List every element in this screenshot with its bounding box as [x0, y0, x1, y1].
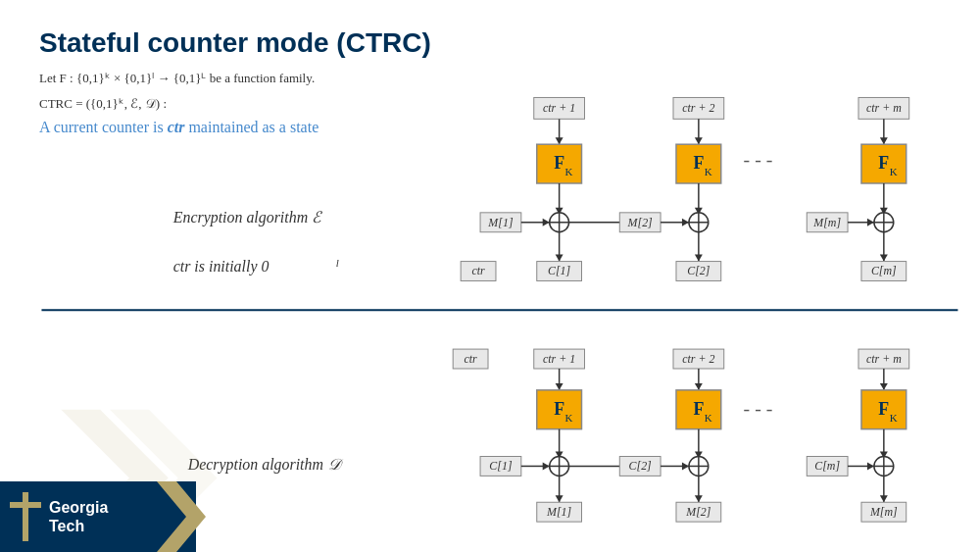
svg-text:ctr: ctr [471, 264, 485, 277]
svg-marker-94 [695, 383, 703, 390]
svg-text:M[m]: M[m] [812, 216, 841, 229]
svg-text:M[2]: M[2] [627, 216, 654, 229]
svg-text:C[1]: C[1] [489, 459, 513, 473]
svg-text:Encryption algorithm ℰ: Encryption algorithm ℰ [172, 209, 322, 226]
svg-text:C[1]: C[1] [548, 264, 571, 277]
svg-marker-6 [556, 137, 564, 144]
svg-marker-41 [682, 219, 689, 226]
georgia-tech-logo: Georgia Tech [10, 492, 108, 541]
main-diagram: Encryption algorithm ℰ ctr is initially … [0, 0, 980, 549]
svg-text:ctr + m: ctr + m [866, 101, 902, 115]
svg-rect-136 [10, 502, 41, 508]
svg-marker-43 [695, 255, 703, 262]
svg-text:ctr + 2: ctr + 2 [682, 352, 714, 366]
svg-text:M[1]: M[1] [487, 216, 514, 229]
svg-marker-128 [867, 462, 874, 470]
svg-text:ctr + 1: ctr + 1 [543, 352, 575, 366]
svg-marker-130 [880, 495, 888, 502]
svg-text:K: K [705, 166, 712, 177]
svg-text:K: K [890, 166, 898, 177]
svg-rect-135 [23, 492, 28, 541]
svg-marker-64 [880, 255, 888, 262]
svg-text:F: F [554, 399, 564, 419]
svg-marker-86 [543, 462, 550, 470]
logo-text: Georgia Tech [49, 498, 108, 535]
svg-text:F: F [693, 153, 704, 173]
svg-marker-74 [556, 383, 564, 390]
svg-marker-20 [556, 255, 564, 262]
svg-text:F: F [878, 153, 889, 173]
svg-text:ctr + 1: ctr + 1 [543, 101, 575, 115]
svg-text:C[2]: C[2] [629, 459, 653, 473]
svg-text:F: F [554, 153, 564, 173]
svg-marker-62 [867, 219, 874, 226]
svg-marker-107 [682, 462, 689, 470]
svg-marker-18 [543, 219, 550, 226]
svg-text:ctr is initially 0: ctr is initially 0 [173, 258, 270, 276]
svg-text:ctr + m: ctr + m [866, 352, 902, 366]
svg-text:M[2]: M[2] [685, 505, 711, 519]
chevron-decoration [157, 481, 216, 552]
svg-text:M[m]: M[m] [869, 505, 898, 519]
svg-text:C[m]: C[m] [871, 264, 897, 277]
gt-logo-icon [10, 492, 41, 541]
svg-text:M[1]: M[1] [546, 505, 572, 519]
svg-text:C[m]: C[m] [814, 459, 840, 473]
svg-marker-50 [880, 137, 888, 144]
svg-text:K: K [705, 412, 712, 424]
svg-marker-137 [157, 481, 206, 552]
svg-text:ctr + 2: ctr + 2 [682, 101, 714, 115]
svg-text:K: K [890, 412, 898, 424]
svg-text:C[2]: C[2] [687, 264, 710, 277]
svg-text:ctr: ctr [464, 352, 477, 366]
svg-marker-28 [695, 137, 703, 144]
slide: Stateful counter mode (CTRC) Let F : {0,… [0, 0, 980, 552]
svg-text:l: l [336, 257, 339, 269]
svg-text:K: K [565, 412, 573, 424]
svg-text:- - -: - - - [744, 148, 773, 170]
svg-text:F: F [878, 399, 889, 419]
svg-text:K: K [565, 166, 573, 177]
svg-text:F: F [693, 399, 704, 419]
bottom-bar: Georgia Tech [0, 481, 196, 552]
svg-marker-88 [556, 495, 564, 502]
svg-marker-109 [695, 495, 703, 502]
svg-marker-116 [880, 383, 888, 390]
svg-text:- - -: - - - [744, 397, 773, 419]
